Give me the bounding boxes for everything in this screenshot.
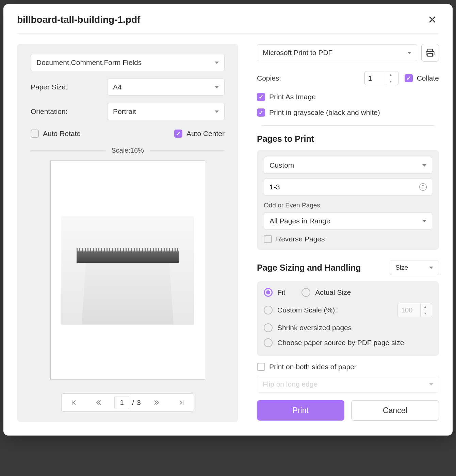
copies-input[interactable] [365,71,386,85]
pages-to-print-title: Pages to Print [257,134,439,144]
print-as-image-checkbox[interactable]: Print As Image [257,93,316,101]
content-type-select[interactable]: Document,Comment,Form Fields [31,54,225,71]
printer-select[interactable]: Microsoft Print to PDF [257,44,417,61]
checkbox-checked-icon [405,74,413,82]
odd-even-value: All Pages in Range [270,217,330,225]
radio-icon [264,323,273,332]
chevron-down-icon [422,164,426,167]
close-icon: ✕ [428,14,437,26]
sizing-mode-select[interactable]: Size [390,260,439,275]
printer-settings-button[interactable] [421,44,439,62]
copies-up-button[interactable]: ▲ [386,71,395,78]
help-icon[interactable]: ? [419,183,427,191]
print-dialog: billboard-tall-building-1.pdf ✕ Document… [3,4,453,436]
odd-even-label: Odd or Even Pages [264,202,432,209]
checkbox-icon [264,235,272,243]
paper-size-label: Paper Size: [31,83,107,91]
print-as-image-label: Print As Image [269,93,316,101]
custom-scale-spinner: ▲ ▼ [397,303,432,317]
both-sides-checkbox[interactable]: Print on both sides of paper [257,363,357,371]
paper-source-radio[interactable]: Choose paper source by PDF page size [264,338,432,347]
checkbox-checked-icon [174,130,182,138]
checkbox-icon [31,130,39,138]
cancel-button[interactable]: Cancel [351,400,439,421]
orientation-label: Orientation: [31,107,107,116]
fit-label: Fit [277,288,285,296]
paper-size-select[interactable]: A4 [107,79,225,96]
preview-panel: Document,Comment,Form Fields Paper Size:… [17,44,238,422]
chevron-down-icon [215,62,219,64]
copies-spinner[interactable]: ▲ ▼ [364,71,398,85]
custom-scale-input [398,303,420,317]
sizing-mode-value: Size [395,264,408,271]
chevron-down-icon [215,86,219,88]
orientation-select[interactable]: Portrait [107,103,225,120]
page-total: 3 [137,398,141,407]
auto-center-checkbox[interactable]: Auto Center [174,130,225,138]
prev-page-button[interactable] [86,394,111,411]
checkbox-checked-icon [257,108,265,117]
collate-label: Collate [417,74,439,82]
page-preview [50,160,205,380]
page-sizing-panel: Fit Actual Size Custom Scale (%): [257,281,439,356]
chevron-down-icon [215,111,219,113]
page-range-input[interactable] [264,178,432,196]
chevron-down-icon [407,52,411,54]
range-mode-value: Custom [270,161,294,169]
last-page-button[interactable] [169,394,194,411]
chevron-down-icon [429,383,433,386]
radio-icon [264,338,273,347]
first-page-button[interactable] [62,394,86,411]
auto-rotate-checkbox[interactable]: Auto Rotate [31,130,81,138]
odd-even-select[interactable]: All Pages in Range [264,213,432,230]
auto-rotate-label: Auto Rotate [43,130,81,138]
first-page-icon [71,400,77,405]
page-number-input[interactable] [114,396,129,409]
dialog-header: billboard-tall-building-1.pdf ✕ [17,14,439,34]
reverse-label: Reverse Pages [276,235,325,243]
grayscale-checkbox[interactable]: Print in grayscale (black and white) [257,108,380,117]
actual-size-radio[interactable]: Actual Size [302,288,351,297]
scale-up-button: ▲ [421,303,430,310]
chevron-down-icon [422,220,426,222]
last-page-icon [179,400,184,405]
printer-value: Microsoft Print to PDF [263,49,332,57]
reverse-pages-checkbox[interactable]: Reverse Pages [264,235,325,243]
radio-icon [264,306,273,314]
fit-radio[interactable]: Fit [264,288,285,297]
auto-center-label: Auto Center [186,130,225,138]
collate-checkbox[interactable]: Collate [405,74,439,82]
copies-down-button[interactable]: ▼ [386,78,395,85]
paper-source-label: Choose paper source by PDF page size [277,339,404,347]
close-button[interactable]: ✕ [426,14,439,25]
flip-select: Flip on long edge [257,376,439,393]
page-navigator: / 3 [61,393,194,412]
shrink-radio[interactable]: Shrink oversized pages [264,323,432,332]
next-page-icon [154,400,159,405]
settings-panel: Microsoft Print to PDF Copies: ▲ ▼ [257,44,439,422]
preview-image [61,216,194,325]
printer-icon [425,48,435,57]
flip-value: Flip on long edge [263,380,317,388]
grayscale-label: Print in grayscale (black and white) [269,108,380,117]
dialog-title: billboard-tall-building-1.pdf [17,14,140,25]
copies-label: Copies: [257,74,358,82]
chevron-down-icon [429,267,433,269]
radio-icon [302,288,310,297]
paper-size-value: A4 [113,83,122,91]
actual-size-label: Actual Size [315,288,351,296]
shrink-label: Shrink oversized pages [277,324,352,332]
checkbox-icon [257,363,265,371]
content-type-value: Document,Comment,Form Fields [36,58,142,67]
range-mode-select[interactable]: Custom [264,157,432,174]
page-separator: / [132,398,134,407]
scale-down-button: ▼ [421,310,430,317]
next-page-button[interactable] [144,394,169,411]
page-sizing-title: Page Sizing and Handling [257,263,361,273]
orientation-value: Portrait [113,107,136,116]
custom-scale-label: Custom Scale (%): [277,306,337,314]
checkbox-checked-icon [257,93,265,101]
print-button[interactable]: Print [257,400,344,421]
custom-scale-radio[interactable]: Custom Scale (%): [264,306,397,314]
pages-to-print-panel: Custom ? Odd or Even Pages All Pages in … [257,150,439,250]
